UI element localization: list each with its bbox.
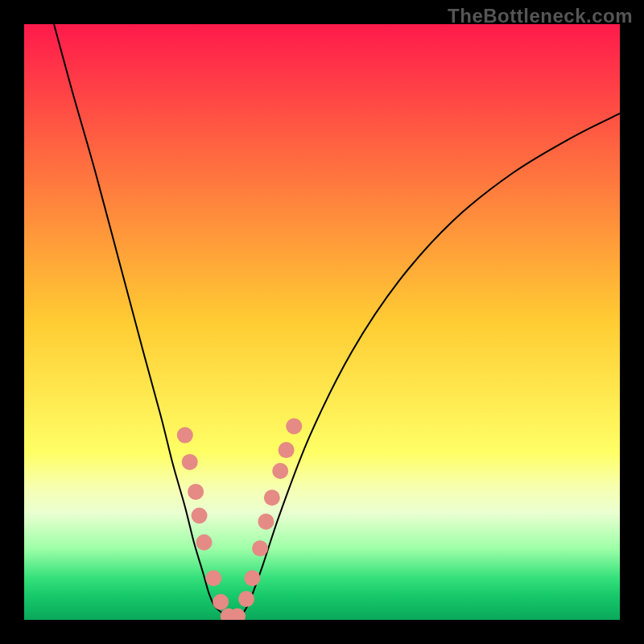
marker-dot: [177, 427, 193, 444]
marker-dot: [188, 484, 204, 500]
marker-dot: [252, 540, 268, 556]
marker-dot: [264, 489, 280, 506]
marker-dot: [279, 442, 295, 458]
marker-dot: [272, 463, 288, 479]
watermark-text: TheBottleneck.com: [448, 5, 633, 27]
chart-frame: TheBottleneck.com: [0, 0, 644, 644]
marker-dot: [205, 570, 221, 586]
gradient-background: [24, 24, 620, 620]
marker-dot: [196, 535, 212, 551]
marker-dot: [258, 514, 274, 530]
marker-dot: [286, 419, 302, 435]
marker-dot: [213, 594, 229, 610]
marker-dot: [244, 570, 260, 586]
marker-dot: [238, 591, 254, 607]
bottleneck-chart: [0, 0, 644, 644]
marker-dot: [192, 508, 208, 524]
marker-dot: [182, 454, 198, 470]
